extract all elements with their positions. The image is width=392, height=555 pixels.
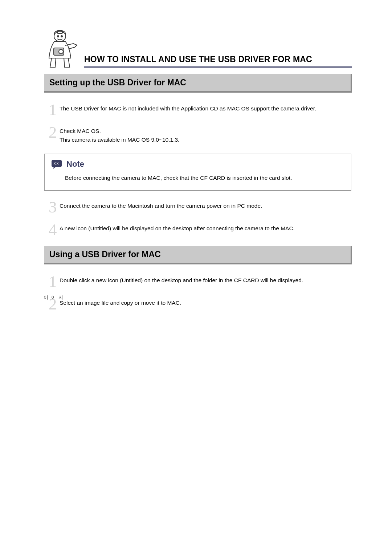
- step-item: 2 Select an image file and copy or move …: [49, 298, 352, 311]
- step-line: Check MAC OS.: [60, 127, 352, 135]
- note-header: Note: [50, 159, 345, 169]
- page-title: HOW TO INSTALL AND USE THE USB DRIVER FO…: [84, 54, 312, 64]
- step-number: 2: [49, 125, 60, 139]
- svg-point-2: [57, 36, 59, 37]
- step-text: The USB Driver for MAC is not included w…: [60, 104, 352, 113]
- step-item: 2 Check MAC OS. This camera is available…: [49, 126, 352, 144]
- svg-point-5: [59, 49, 63, 54]
- section-heading-using: Using a USB Driver for MAC: [44, 246, 352, 264]
- section-heading-text: Using a USB Driver for MAC: [49, 250, 161, 259]
- step-item: 1 The USB Driver for MAC is not included…: [49, 104, 352, 117]
- section-heading-setup: Setting up the USB Driver for MAC: [44, 74, 352, 93]
- svg-point-3: [61, 36, 62, 37]
- step-number: 3: [49, 200, 60, 214]
- step-text: Connect the camera to the Macintosh and …: [60, 201, 352, 210]
- title-underline: HOW TO INSTALL AND USE THE USB DRIVER FO…: [84, 54, 352, 68]
- section-heading-text: Setting up the USB Driver for MAC: [49, 78, 186, 87]
- step-text: Check MAC OS. This camera is available i…: [60, 126, 352, 144]
- step-item: 3 Connect the camera to the Macintosh an…: [49, 201, 352, 214]
- step-text: Select an image file and copy or move it…: [60, 298, 352, 307]
- note-icon: [50, 159, 63, 169]
- step-text: A new icon (Untitled) will be displayed …: [60, 223, 352, 233]
- step-text: Double click a new icon (Untitled) on th…: [60, 275, 352, 285]
- note-body: Before connecting the camera to MAC, che…: [65, 174, 345, 182]
- step-item: 4 A new icon (Untitled) will be displaye…: [49, 223, 352, 236]
- step-item: 1 Double click a new icon (Untitled) on …: [49, 275, 352, 288]
- step-number: 4: [49, 223, 60, 236]
- mascot-illustration: [44, 29, 80, 69]
- note-title: Note: [66, 159, 84, 169]
- page-header: HOW TO INSTALL AND USE THE USB DRIVER FO…: [44, 29, 352, 69]
- step-number: 1: [49, 103, 60, 117]
- note-panel: Note Before connecting the camera to MAC…: [44, 154, 351, 190]
- step-line: This camera is available in MAC OS 9.0~1…: [60, 135, 352, 144]
- manual-page: HOW TO INSTALL AND USE THE USB DRIVER FO…: [0, 0, 392, 311]
- page-footer-marker: 이 이 지: [44, 294, 64, 301]
- step-number: 1: [49, 275, 60, 288]
